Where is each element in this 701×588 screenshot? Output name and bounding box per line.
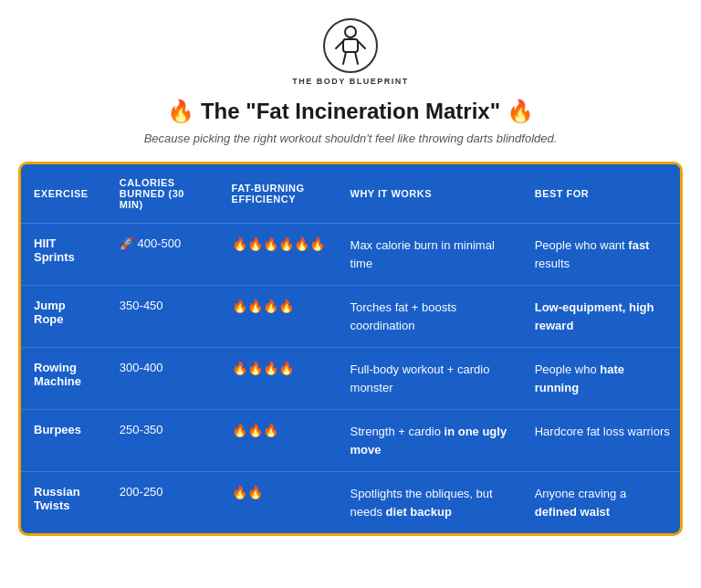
why-cell: Full-body workout + cardio monster	[338, 348, 522, 410]
flame-icon: 🔥	[232, 423, 247, 437]
flame-icon: 🔥	[263, 299, 278, 313]
svg-line-5	[355, 52, 358, 64]
svg-rect-1	[343, 39, 358, 52]
flame-icon: 🔥	[278, 299, 294, 313]
table-row: HIIT Sprints🚀 400-500🔥🔥🔥🔥🔥🔥Max calorie b…	[21, 224, 680, 286]
efficiency-cell: 🔥🔥🔥🔥	[219, 348, 338, 410]
flame-icon: 🔥	[278, 236, 294, 251]
calories-cell: 🚀 400-500	[107, 224, 219, 286]
flame-icon: 🔥	[263, 236, 278, 251]
exercise-name: HIIT Sprints	[34, 236, 75, 264]
exercise-cell: Burpees	[21, 410, 107, 472]
best-cell: People who hate running	[522, 348, 680, 410]
calories-cell: 350-450	[107, 286, 219, 348]
flame-icon: 🔥	[309, 236, 325, 251]
efficiency-cell: 🔥🔥🔥🔥🔥🔥	[219, 224, 338, 286]
header-calories: CALORIESBURNED (30 MIN)	[107, 164, 219, 224]
why-bold: in one ugly move	[350, 425, 507, 457]
best-cell: Hardcore fat loss warriors	[522, 410, 680, 472]
calories-cell: 300-400	[107, 348, 219, 410]
flame-icon: 🔥	[247, 299, 263, 313]
exercise-name: Rowing Machine	[34, 361, 81, 388]
header-exercise: EXERCISE	[21, 164, 107, 224]
efficiency-cell: 🔥🔥	[219, 472, 338, 534]
flame-icon: 🔥	[263, 423, 278, 437]
exercise-cell: Russian Twists	[21, 472, 107, 534]
svg-line-4	[343, 52, 346, 64]
matrix-container: EXERCISE CALORIESBURNED (30 MIN) FAT-BUR…	[18, 162, 683, 536]
why-cell: Strength + cardio in one ugly move	[338, 410, 522, 472]
flame-icon: 🔥	[247, 423, 263, 437]
calories-cell: 250-350	[107, 410, 219, 472]
best-cell: Anyone craving a defined waist	[522, 472, 680, 534]
why-cell: Max calorie burn in minimal time	[338, 224, 522, 286]
exercise-cell: HIIT Sprints	[21, 224, 107, 286]
exercise-cell: Rowing Machine	[21, 348, 107, 410]
matrix-table: EXERCISE CALORIESBURNED (30 MIN) FAT-BUR…	[21, 164, 680, 533]
svg-line-3	[358, 41, 365, 48]
why-cell: Torches fat + boosts coordination	[338, 286, 522, 348]
why-cell: Spotlights the obliques, but needs diet …	[338, 472, 522, 534]
page-subtitle: Because picking the right workout should…	[144, 131, 558, 145]
header-efficiency: FAT-BURNINGEFFICIENCY	[219, 164, 338, 224]
logo-icon	[323, 18, 378, 73]
exercise-name: Burpees	[34, 423, 81, 436]
table-header-row: EXERCISE CALORIESBURNED (30 MIN) FAT-BUR…	[21, 164, 680, 224]
best-bold: defined waist	[535, 505, 610, 519]
table-row: Rowing Machine300-400🔥🔥🔥🔥Full-body worko…	[21, 348, 680, 410]
flame-icon: 🔥	[263, 361, 278, 375]
logo-area: The Body Blueprint	[292, 18, 408, 86]
best-cell: Low-equipment, high reward	[522, 286, 680, 348]
svg-line-2	[336, 41, 343, 48]
table-row: Burpees250-350🔥🔥🔥Strength + cardio in on…	[21, 410, 680, 472]
table-row: Russian Twists200-250🔥🔥Spotlights the ob…	[21, 472, 680, 534]
exercise-name: Russian Twists	[34, 485, 80, 512]
efficiency-cell: 🔥🔥🔥🔥	[219, 286, 338, 348]
flame-icon: 🔥	[232, 299, 247, 313]
best-bold: Low-equipment, high reward	[535, 300, 654, 332]
exercise-cell: Jump Rope	[21, 286, 107, 348]
why-bold: diet backup	[386, 505, 452, 519]
best-cell: People who want fast results	[522, 224, 680, 286]
flame-icon: 🔥	[232, 236, 247, 251]
header-why: WHY IT WORKS	[338, 164, 522, 224]
flame-icon: 🔥	[247, 485, 263, 499]
calories-cell: 200-250	[107, 472, 219, 534]
page-title: 🔥 The "Fat Incineration Matrix" 🔥	[167, 99, 533, 124]
svg-point-0	[345, 26, 356, 37]
best-bold: fast	[628, 238, 649, 252]
flame-icon: 🔥	[232, 485, 247, 499]
flame-icon: 🔥	[278, 361, 294, 375]
flame-icon: 🔥	[294, 236, 309, 251]
efficiency-cell: 🔥🔥🔥	[219, 410, 338, 472]
logo-text: The Body Blueprint	[292, 77, 408, 86]
flame-icon: 🔥	[247, 236, 263, 251]
flame-icon: 🔥	[232, 361, 247, 375]
exercise-name: Jump Rope	[34, 299, 66, 326]
best-bold: hate running	[535, 362, 624, 394]
table-row: Jump Rope350-450🔥🔥🔥🔥Torches fat + boosts…	[21, 286, 680, 348]
header-best: BEST FOR	[522, 164, 680, 224]
flame-icon: 🔥	[247, 361, 263, 375]
